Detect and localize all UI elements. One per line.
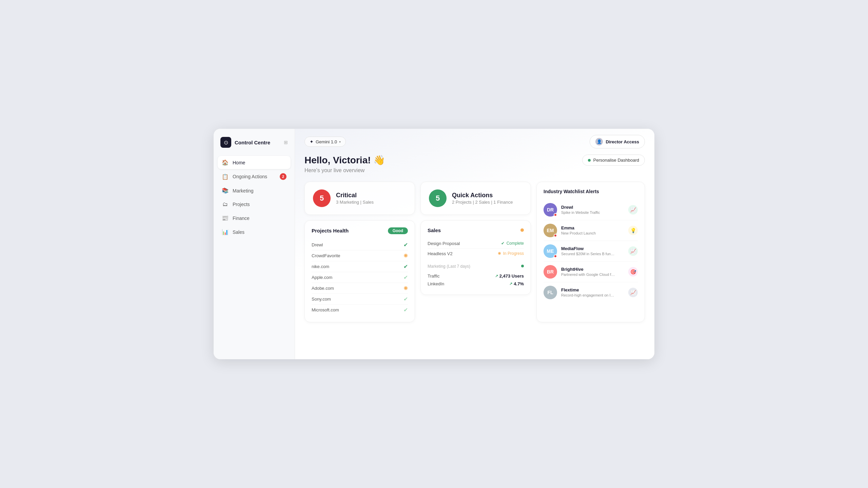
marketing-row: Traffic ↗ 2,473 Users (428, 272, 524, 280)
main-content: ✦ Gemini 1.0 ▾ 👤 Director Access Hello, … (295, 129, 654, 359)
sales-header: Sales (428, 227, 524, 233)
sidebar-item-finance[interactable]: 📰 Finance (218, 211, 291, 225)
watchlist-item[interactable]: BR BrightHive Partnered with Google Clou… (544, 262, 638, 282)
project-name: Sony.com (312, 297, 331, 302)
cards-grid: 5 Critical 3 Marketing | Sales Projects … (304, 182, 645, 322)
nav-badge-ongoing-actions: 2 (280, 173, 287, 180)
sidebar: ⊙ Control Centre ⊞ 🏠 Home📋 Ongoing Actio… (214, 129, 295, 359)
sidebar-item-sales[interactable]: 📊 Sales (218, 225, 291, 239)
project-row[interactable]: Drewl✔ (312, 240, 408, 250)
projects-health-title: Projects Health (312, 228, 349, 233)
watch-info: Emma New Product Launch (561, 225, 624, 235)
check-icon: ✔ (403, 263, 408, 270)
project-row[interactable]: Apple.com✔ (312, 272, 408, 283)
director-access-button[interactable]: 👤 Director Access (590, 135, 645, 148)
watch-action-icon[interactable]: 📈 (628, 205, 638, 215)
nav-icon-projects: 🗂 (222, 201, 229, 207)
watchlist-item[interactable]: ME MediaFlow Secured $20M in Series B fu… (544, 241, 638, 262)
check-icon: ✔ (403, 242, 408, 248)
sidebar-item-ongoing-actions[interactable]: 📋 Ongoing Actions2 (218, 170, 291, 183)
sales-row[interactable]: Headless V2✺ In Progress (428, 249, 524, 259)
project-name: Microsoft.com (312, 307, 339, 312)
sales-item-name: Design Proposal (428, 241, 460, 246)
quick-actions-card[interactable]: 5 Quick Actions 2 Projects | 2 Sales | 1… (420, 182, 531, 215)
sidebar-item-projects[interactable]: 🗂 Projects (218, 198, 291, 211)
quick-actions-title: Quick Actions (452, 192, 513, 199)
watchlist-item[interactable]: FL Flextime Record-high engagement on In… (544, 282, 638, 303)
greeting-row: Hello, Victoria! 👋 Here's your live over… (304, 155, 645, 174)
marketing-row: LinkedIn ↗ 4.7% (428, 280, 524, 288)
quick-actions-count: 5 (436, 194, 440, 203)
watchlist-title: Industry Watchlist Alerts (544, 189, 638, 194)
watch-name: Drewl (561, 205, 624, 210)
watchlist-item[interactable]: EM Emma New Product Launch 💡 (544, 220, 638, 241)
watch-name: MediaFlow (561, 246, 624, 251)
project-row[interactable]: CrowdFavorite✺ (312, 250, 408, 261)
project-name: Apple.com (312, 275, 332, 280)
project-row[interactable]: Microsoft.com✔ (312, 305, 408, 315)
layout-icon[interactable]: ⊞ (284, 140, 288, 145)
greeting-hello: Hello, Victoria! 👋 (304, 155, 385, 166)
loading-icon: ✺ (403, 252, 408, 259)
project-row[interactable]: Adobe.com✺ (312, 283, 408, 294)
check-icon: ✔ (501, 241, 505, 246)
watchlist-items: DR Drewl Spike in Website Traffic 📈 EM E… (544, 200, 638, 303)
projects-list: Drewl✔CrowdFavorite✺nike.com✔Apple.com✔A… (312, 240, 408, 315)
watch-avatar: FL (544, 286, 557, 299)
nav-icon-ongoing-actions: 📋 (222, 174, 229, 180)
sales-row[interactable]: Design Proposal✔ Complete (428, 239, 524, 249)
watchlist-item[interactable]: DR Drewl Spike in Website Traffic 📈 (544, 200, 638, 220)
spinner-icon: ✺ (498, 251, 501, 256)
sidebar-item-home[interactable]: 🏠 Home (218, 156, 291, 169)
nav-label-projects: Projects (233, 202, 250, 207)
gemini-label: Gemini 1.0 (316, 139, 337, 144)
critical-subtitle: 3 Marketing | Sales (336, 200, 374, 205)
marketing-item-value: ↗ 2,473 Users (495, 273, 524, 279)
project-row[interactable]: Sony.com✔ (312, 294, 408, 305)
watch-name: Flextime (561, 287, 624, 292)
watchlist-card: Industry Watchlist Alerts DR Drewl Spike… (536, 182, 645, 322)
nav-icon-marketing: 📚 (222, 187, 229, 194)
nav-icon-finance: 📰 (222, 215, 229, 221)
gemini-selector[interactable]: ✦ Gemini 1.0 ▾ (304, 137, 346, 147)
sidebar-item-marketing[interactable]: 📚 Marketing (218, 184, 291, 197)
critical-count: 5 (320, 194, 324, 203)
watch-avatar: DR (544, 203, 557, 217)
marketing-list: Traffic ↗ 2,473 Users LinkedIn ↗ 4.7% (428, 272, 524, 288)
status-progress: ✺ In Progress (498, 251, 524, 256)
nav-label-finance: Finance (233, 216, 250, 221)
check-fade-icon: ✔ (403, 296, 408, 302)
critical-card[interactable]: 5 Critical 3 Marketing | Sales (304, 182, 415, 215)
nav-label-ongoing-actions: Ongoing Actions (233, 174, 267, 179)
dashboard-body: Hello, Victoria! 👋 Here's your live over… (295, 155, 654, 359)
status-dot (554, 213, 557, 217)
watch-description: Spike in Website Traffic (561, 210, 615, 215)
personalise-dashboard-button[interactable]: Personalise Dashboard (582, 155, 645, 166)
project-row[interactable]: nike.com✔ (312, 261, 408, 272)
greeting-text: Hello, Victoria! 👋 Here's your live over… (304, 155, 385, 174)
watch-action-icon[interactable]: 💡 (628, 226, 638, 235)
watch-info: BrightHive Partnered with Google Cloud f… (561, 267, 624, 277)
watch-action-icon[interactable]: 📈 (628, 288, 638, 297)
logo-icon: ⊙ (220, 137, 231, 148)
marketing-section-header: Marketing (Last 7 days) (428, 263, 524, 269)
status-complete: ✔ Complete (501, 241, 524, 246)
nav-label-marketing: Marketing (233, 188, 253, 194)
chevron-down-icon: ▾ (339, 140, 341, 144)
active-dot-icon (588, 159, 591, 162)
watch-action-icon[interactable]: 📈 (628, 246, 638, 256)
critical-info: Critical 3 Marketing | Sales (336, 192, 374, 205)
watch-action-icon[interactable]: 🎯 (628, 267, 638, 277)
app-title: Control Centre (235, 140, 270, 145)
sidebar-logo: ⊙ Control Centre ⊞ (214, 137, 295, 156)
project-name: CrowdFavorite (312, 253, 340, 258)
projects-health-status: Good (388, 227, 408, 234)
watch-name: Emma (561, 225, 624, 230)
middle-column: 5 Quick Actions 2 Projects | 2 Sales | 1… (420, 182, 531, 322)
nav-icon-sales: 📊 (222, 229, 229, 235)
quick-actions-subtitle: 2 Projects | 2 Sales | 1 Finance (452, 200, 513, 205)
watch-info: Flextime Record-high engagement on Insta… (561, 287, 624, 297)
watch-description: Partnered with Google Cloud for A... (561, 272, 615, 277)
nav-icon-home: 🏠 (222, 159, 229, 166)
trend-up-icon: ↗ (495, 274, 498, 278)
